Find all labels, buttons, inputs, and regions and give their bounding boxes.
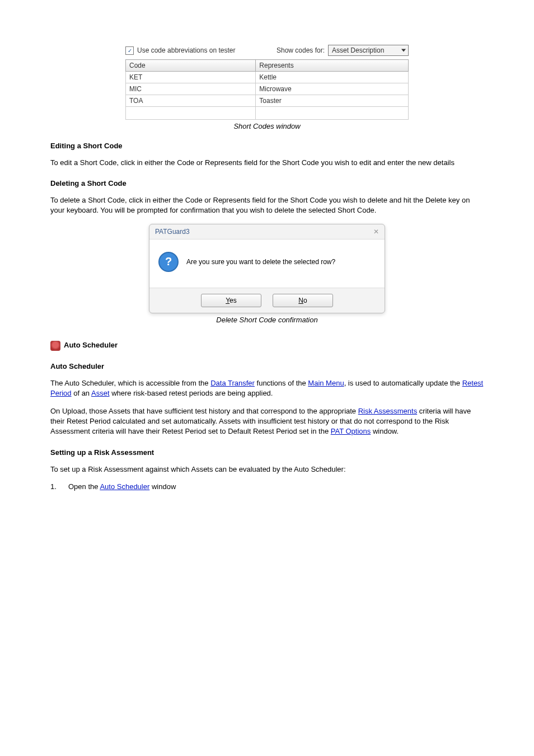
heading-setting-up-risk-assessment: Setting up a Risk Assessment xyxy=(50,448,484,457)
link-asset[interactable]: Asset xyxy=(91,389,110,397)
code-cell[interactable] xyxy=(126,107,256,120)
subheading-auto-scheduler: Auto Scheduler xyxy=(50,362,484,370)
caption: Delete Short Code confirmation xyxy=(50,316,484,324)
show-codes-for-dropdown[interactable]: Asset Description xyxy=(328,45,409,56)
table-row-empty xyxy=(126,107,409,120)
checkbox-label: Use code abbreviations on tester xyxy=(137,46,235,54)
step-number: 1. xyxy=(50,482,63,491)
code-cell[interactable]: MIC xyxy=(126,83,256,95)
auto-scheduler-icon xyxy=(50,341,60,351)
yes-button[interactable]: Yes xyxy=(201,294,261,307)
caption: Short Codes window xyxy=(50,122,484,130)
heading-editing-short-code: Editing a Short Code xyxy=(50,142,484,150)
question-icon: ? xyxy=(158,252,179,272)
heading-auto-scheduler: Auto Scheduler xyxy=(50,341,484,351)
show-codes-for-label: Show codes for: xyxy=(277,46,325,54)
table-row: TOA Toaster xyxy=(126,95,409,107)
code-cell[interactable]: TOA xyxy=(126,95,256,107)
codes-table: Code Represents KET Kettle MIC Microwave… xyxy=(125,59,409,120)
link-main-menu[interactable]: Main Menu xyxy=(308,379,344,387)
use-code-abbrev-checkbox[interactable]: ✓ Use code abbreviations on tester xyxy=(125,46,235,55)
paragraph: To edit a Short Code, click in either th… xyxy=(50,158,484,168)
code-cell[interactable]: KET xyxy=(126,72,256,83)
col-code[interactable]: Code xyxy=(126,60,256,72)
paragraph: To set up a Risk Assessment against whic… xyxy=(50,464,484,475)
chevron-down-icon xyxy=(401,49,406,52)
table-row: MIC Microwave xyxy=(126,83,409,95)
close-icon[interactable]: ✕ xyxy=(373,228,379,236)
represents-cell[interactable]: Microwave xyxy=(256,83,409,95)
link-auto-scheduler[interactable]: Auto Scheduler xyxy=(100,482,149,491)
checkbox-icon: ✓ xyxy=(125,46,134,55)
paragraph: To delete a Short Code, click in either … xyxy=(50,195,484,215)
confirm-dialog: PATGuard3 ✕ ? Are you sure you want to d… xyxy=(149,224,385,313)
represents-cell[interactable]: Kettle xyxy=(256,72,409,83)
link-risk-assessments[interactable]: Risk Assessments xyxy=(358,407,417,415)
paragraph: On Upload, those Assets that have suffic… xyxy=(50,406,484,437)
dialog-title: PATGuard3 xyxy=(155,228,190,236)
no-button[interactable]: No xyxy=(273,294,333,307)
heading-deleting-short-code: Deleting a Short Code xyxy=(50,179,484,187)
link-pat-options[interactable]: PAT Options xyxy=(331,427,371,435)
dropdown-value: Asset Description xyxy=(332,46,384,54)
step-1: 1. Open the Auto Scheduler window xyxy=(50,482,484,491)
link-data-transfer[interactable]: Data Transfer xyxy=(210,379,255,387)
dialog-message: Are you sure you want to delete the sele… xyxy=(186,258,335,266)
col-represents[interactable]: Represents xyxy=(256,60,409,72)
table-row: KET Kettle xyxy=(126,72,409,83)
represents-cell[interactable] xyxy=(256,107,409,120)
paragraph: The Auto Scheduler, which is accessible … xyxy=(50,378,484,398)
represents-cell[interactable]: Toaster xyxy=(256,95,409,107)
codes-panel: ✓ Use code abbreviations on tester Show … xyxy=(125,45,409,120)
